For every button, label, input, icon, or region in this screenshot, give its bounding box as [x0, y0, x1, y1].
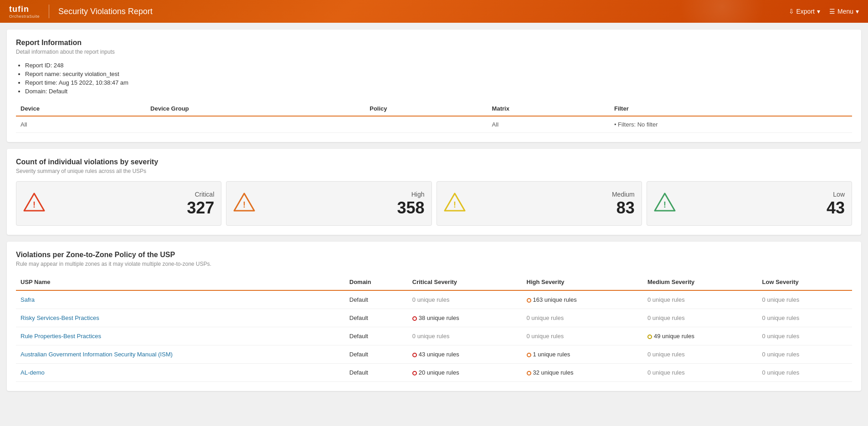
severity-grid: ! Critical 327 ! High 358	[16, 181, 852, 226]
cell-severity: 0 unique rules	[643, 290, 758, 309]
cell-usp-name[interactable]: Safra	[16, 290, 345, 309]
col-device: Device	[16, 101, 146, 116]
menu-button[interactable]: ☰ Menu ▾	[829, 8, 859, 15]
cell-severity: 0 unique rules	[522, 327, 643, 345]
violations-card: Violations per Zone-to-Zone Policy of th…	[7, 242, 861, 391]
cell-usp-name[interactable]: Australian Government Information Securi…	[16, 345, 345, 364]
cell-severity: 163 unique rules	[522, 290, 643, 309]
menu-icon: ☰	[829, 8, 835, 15]
logo: tufin OrchestraSuite	[9, 5, 40, 19]
cell-usp-name[interactable]: AL-demo	[16, 364, 345, 382]
medium-count: 83	[616, 200, 635, 216]
low-count: 43	[827, 200, 845, 216]
cell-severity: 0 unique rules	[522, 309, 643, 327]
svg-text:!: !	[663, 200, 666, 209]
medium-label: Medium	[612, 191, 635, 198]
table-row: All All • Filters: No filter	[16, 116, 852, 133]
menu-label: Menu	[837, 8, 853, 15]
critical-info: Critical 327	[52, 191, 214, 216]
header: tufin OrchestraSuite Security Violations…	[0, 0, 868, 23]
cell-severity: 0 unique rules	[758, 290, 852, 309]
cell-severity: 0 unique rules	[758, 309, 852, 327]
medium-info: Medium 83	[473, 191, 635, 216]
export-chevron-icon: ▾	[817, 8, 820, 15]
low-info: Low 43	[683, 191, 845, 216]
severity-dot-icon	[527, 371, 531, 375]
cell-severity: 0 unique rules	[758, 364, 852, 382]
col-filter: Filter	[610, 101, 852, 116]
cell-severity: 0 unique rules	[758, 327, 852, 345]
col-matrix: Matrix	[488, 101, 610, 116]
cell-filter: • Filters: No filter	[610, 116, 852, 133]
cell-severity: 0 unique rules	[758, 345, 852, 364]
severity-high: ! High 358	[226, 181, 431, 226]
cell-usp-name[interactable]: Rule Properties-Best Practices	[16, 327, 345, 345]
cell-severity: 32 unique rules	[522, 364, 643, 382]
high-count: 358	[397, 200, 424, 216]
severity-dot-icon	[527, 298, 531, 303]
table-row: SafraDefault0 unique rules163 unique rul…	[16, 290, 852, 309]
low-label: Low	[833, 191, 845, 198]
cell-device: All	[16, 116, 146, 133]
severity-dot-icon	[527, 353, 531, 357]
list-item: Report ID: 248	[25, 62, 852, 69]
cell-severity: 0 unique rules	[643, 309, 758, 327]
cell-device-group	[146, 116, 365, 133]
report-list: Report ID: 248 Report name: security vio…	[16, 62, 852, 95]
table-row: Australian Government Information Securi…	[16, 345, 852, 364]
main-content: Report Information Detail information ab…	[0, 23, 868, 398]
high-info: High 358	[262, 191, 424, 216]
cell-domain: Default	[345, 327, 408, 345]
report-table: Device Device Group Policy Matrix Filter…	[16, 101, 852, 133]
svg-text:!: !	[33, 200, 36, 209]
table-row: Rule Properties-Best PracticesDefault0 u…	[16, 327, 852, 345]
severity-subtitle: Severity summary of unique rules across …	[16, 168, 852, 174]
cell-severity: 0 unique rules	[408, 290, 522, 309]
severity-card: Count of individual violations by severi…	[7, 149, 861, 235]
cell-severity: 38 unique rules	[408, 309, 522, 327]
col-usp-name: USP Name	[16, 274, 345, 290]
list-item: Domain: Default	[25, 88, 852, 95]
severity-title: Count of individual violations by severi…	[16, 158, 852, 166]
table-row: Risky Services-Best PracticesDefault38 u…	[16, 309, 852, 327]
cell-policy	[365, 116, 487, 133]
cell-domain: Default	[345, 290, 408, 309]
header-actions: ⇩ Export ▾ ☰ Menu ▾	[789, 8, 859, 15]
list-item: Report name: security violation_test	[25, 71, 852, 77]
violations-table: USP Name Domain Critical Severity High S…	[16, 274, 852, 382]
svg-text:!: !	[453, 200, 456, 209]
table-row: AL-demoDefault20 unique rules32 unique r…	[16, 364, 852, 382]
list-item: Report time: Aug 15 2022, 10:38:47 am	[25, 79, 852, 86]
medium-icon: !	[444, 193, 466, 214]
violations-title: Violations per Zone-to-Zone Policy of th…	[16, 251, 852, 259]
export-label: Export	[796, 8, 815, 15]
col-high-severity: High Severity	[522, 274, 643, 290]
cell-severity: 49 unique rules	[643, 327, 758, 345]
severity-low: ! Low 43	[647, 181, 852, 226]
logo-main: tufin	[9, 5, 40, 14]
report-info-title: Report Information	[16, 39, 852, 47]
report-info-card: Report Information Detail information ab…	[7, 30, 861, 142]
col-domain: Domain	[345, 274, 408, 290]
download-icon: ⇩	[789, 8, 794, 15]
severity-dot-icon	[412, 316, 417, 321]
cell-severity: 0 unique rules	[408, 327, 522, 345]
export-button[interactable]: ⇩ Export ▾	[789, 8, 820, 15]
severity-critical: ! Critical 327	[16, 181, 221, 226]
col-policy: Policy	[365, 101, 487, 116]
cell-domain: Default	[345, 364, 408, 382]
logo-sub: OrchestraSuite	[9, 14, 40, 19]
cell-severity: 1 unique rules	[522, 345, 643, 364]
cell-domain: Default	[345, 345, 408, 364]
low-icon: !	[654, 193, 676, 214]
severity-dot-icon	[412, 353, 417, 357]
severity-medium: ! Medium 83	[437, 181, 642, 226]
col-device-group: Device Group	[146, 101, 365, 116]
cell-severity: 0 unique rules	[643, 364, 758, 382]
header-divider	[49, 5, 49, 18]
cell-usp-name[interactable]: Risky Services-Best Practices	[16, 309, 345, 327]
high-label: High	[411, 191, 425, 198]
severity-dot-icon	[647, 335, 652, 339]
cell-severity: 0 unique rules	[643, 345, 758, 364]
page-title: Security Violations Report	[58, 7, 788, 16]
